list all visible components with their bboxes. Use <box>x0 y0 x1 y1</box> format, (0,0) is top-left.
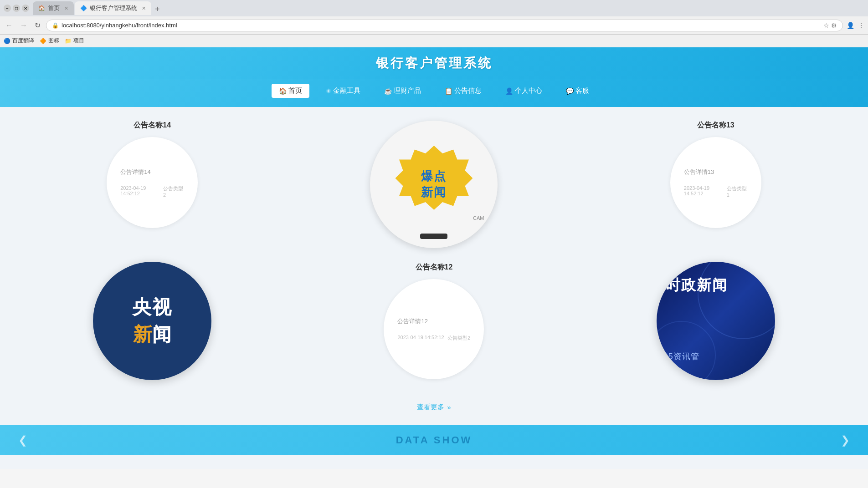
data-show-arrow-right[interactable]: ❯ <box>841 434 850 447</box>
main-content: 公告名称14 公告详情14 2023-04-19 14:52:12 公告类型2 <box>0 107 868 469</box>
maximize-button[interactable]: □ <box>13 5 20 12</box>
close-button[interactable]: ✕ <box>22 5 29 12</box>
cctv-wen-char: 闻 <box>152 322 171 347</box>
nav-item-home[interactable]: 🏠 首页 <box>272 84 309 98</box>
nav-label-home: 首页 <box>288 86 302 95</box>
minimize-button[interactable]: − <box>4 5 11 12</box>
announcement-14-type: 公告类型2 <box>163 185 184 198</box>
announcement-12-wrapper: 公告名称12 公告详情12 2023-04-19 14:52:12 公告类型2 <box>300 263 568 379</box>
financial-products-icon: ☕ <box>384 87 392 95</box>
data-show-section: ❮ DATA SHOW ❯ <box>0 425 868 455</box>
tab-favicon-2: 🔷 <box>80 5 87 11</box>
browser-chrome: − □ ✕ 🏠 首页 ✕ 🔷 银行客户管理系统 ✕ + ← → ↻ 🔒 <box>0 0 868 47</box>
profile-button[interactable]: 👤 <box>847 22 854 29</box>
hero-circle-image: 爆点 新闻 CAM <box>370 121 498 248</box>
settings-button[interactable]: ⋮ <box>858 22 864 29</box>
browser-window-controls: − □ ✕ <box>4 5 29 12</box>
announcements-bottom-row: 央视 新 闻 公告名称12 公告详情12 2023-04-19 14:52:12… <box>18 262 850 380</box>
browser-titlebar: − □ ✕ 🏠 首页 ✕ 🔷 银行客户管理系统 ✕ + <box>0 0 868 16</box>
announcement-card-12[interactable]: 公告详情12 2023-04-19 14:52:12 公告类型2 <box>384 279 484 379</box>
cursor-red-dot <box>193 137 198 142</box>
tab-homepage[interactable]: 🏠 首页 ✕ <box>33 1 74 15</box>
new-tab-button[interactable]: + <box>152 4 163 15</box>
tab-label-1: 首页 <box>48 4 60 12</box>
nav-label-financial-products: 理财产品 <box>394 86 421 95</box>
announcement-13-detail: 公告详情13 <box>684 168 748 176</box>
baodian-line2: 新闻 <box>421 184 447 200</box>
announcement-12-detail: 公告详情12 <box>397 317 470 325</box>
page-content: 银行客户管理系统 🏠 首页 ✳ 金融工具 ☕ 理财产品 📋 公告信息 👤 个人中… <box>0 47 868 488</box>
announcement-14-title: 公告名称14 <box>134 121 171 130</box>
nav-label-finance-tools: 金融工具 <box>333 86 360 95</box>
announcement-14-wrapper: 公告名称14 公告详情14 2023-04-19 14:52:12 公告类型2 <box>18 121 286 228</box>
bookmark-icons[interactable]: 🔶 图标 <box>40 37 59 45</box>
site-header: 银行客户管理系统 <box>0 47 868 79</box>
url-input[interactable] <box>62 22 821 29</box>
nav-item-personal-center[interactable]: 👤 个人中心 <box>498 84 550 98</box>
nav-label-customer-service: 客服 <box>575 86 589 95</box>
shizh-news-wrapper: 时政新闻 65资讯管 <box>582 262 850 380</box>
baodian-line1: 爆点 <box>421 168 447 184</box>
site-title: 银行客户管理系统 <box>0 55 868 72</box>
tab-close-2[interactable]: ✕ <box>142 5 146 11</box>
project-icon: 📁 <box>65 38 72 44</box>
bookmark-star-button[interactable]: ☆ <box>823 22 829 29</box>
announcement-12-type: 公告类型2 <box>447 335 470 341</box>
cctv-news-wrapper: 央视 新 闻 <box>18 262 286 380</box>
data-show-arrow-left[interactable]: ❮ <box>18 434 27 447</box>
baodian-news-image: 爆点 新闻 CAM <box>370 121 498 248</box>
browser-tabs: 🏠 首页 ✕ 🔷 银行客户管理系统 ✕ + <box>33 1 864 15</box>
nav-item-finance-tools[interactable]: ✳ 金融工具 <box>318 84 368 98</box>
cctv-news-circle[interactable]: 央视 新 闻 <box>93 262 211 380</box>
finance-tools-icon: ✳ <box>326 87 331 95</box>
announcement-12-title: 公告名称12 <box>416 263 453 272</box>
tab-bank-system[interactable]: 🔷 银行客户管理系统 ✕ <box>75 1 151 15</box>
view-more-link[interactable]: 查看更多 » <box>417 403 451 412</box>
cctv-line2-wrapper: 新 闻 <box>133 322 171 347</box>
announcements-top-row: 公告名称14 公告详情14 2023-04-19 14:52:12 公告类型2 <box>18 121 850 248</box>
announcement-card-14[interactable]: 公告详情14 2023-04-19 14:52:12 公告类型2 <box>107 137 198 228</box>
nav-item-financial-products[interactable]: ☕ 理财产品 <box>377 84 428 98</box>
view-more-label: 查看更多 <box>417 403 444 412</box>
nav-item-customer-service[interactable]: 💬 客服 <box>559 84 596 98</box>
bg-decoration-2 <box>657 321 716 380</box>
browser-toolbar: ← → ↻ 🔒 ☆ ⚙ 👤 ⋮ <box>0 16 868 35</box>
customer-service-icon: 💬 <box>566 87 574 95</box>
announcement-14-meta: 2023-04-19 14:52:12 公告类型2 <box>120 185 184 198</box>
announcement-13-wrapper: 公告名称13 公告详情13 2023-04-19 14:52:12 公告类型1 <box>582 121 850 228</box>
tab-label-2: 银行客户管理系统 <box>90 4 137 12</box>
announcement-14-detail: 公告详情14 <box>120 168 184 176</box>
bookmark-project[interactable]: 📁 项目 <box>65 37 84 45</box>
announcement-13-meta: 2023-04-19 14:52:12 公告类型1 <box>684 185 748 198</box>
baodian-text: 爆点 新闻 <box>421 168 447 200</box>
personal-center-icon: 👤 <box>505 87 513 95</box>
announcement-13-title: 公告名称13 <box>697 121 734 130</box>
baodian-starburst: 爆点 新闻 <box>395 146 473 223</box>
bookmark-baidu-translate[interactable]: 🔵 百度翻译 <box>4 37 34 45</box>
icons-icon: 🔶 <box>40 38 46 44</box>
announcement-card-13[interactable]: 公告详情13 2023-04-19 14:52:12 公告类型1 <box>670 137 761 228</box>
bg-decoration-1 <box>698 262 775 339</box>
refresh-button[interactable]: ↻ <box>33 19 42 31</box>
cctv-xin-char: 新 <box>133 322 152 347</box>
tab-close-1[interactable]: ✕ <box>64 5 68 11</box>
view-more-section: 查看更多 » <box>18 394 850 421</box>
address-bar[interactable]: 🔒 ☆ ⚙ <box>46 20 843 31</box>
nav-item-announcements[interactable]: 📋 公告信息 <box>437 84 489 98</box>
announcement-13-type: 公告类型1 <box>727 185 748 198</box>
nav-label-personal-center: 个人中心 <box>515 86 542 95</box>
bookmark-label-3: 项目 <box>73 37 84 45</box>
security-lock-icon: 🔒 <box>52 22 59 29</box>
view-more-icon: » <box>447 403 451 411</box>
site-navigation: 🏠 首页 ✳ 金融工具 ☕ 理财产品 📋 公告信息 👤 个人中心 💬 客服 <box>0 79 868 107</box>
shizh-news-circle[interactable]: 时政新闻 65资讯管 <box>657 262 775 380</box>
bookmark-label-1: 百度翻译 <box>12 37 34 45</box>
home-icon: 🏠 <box>279 87 287 95</box>
announcement-12-date: 2023-04-19 14:52:12 <box>397 335 444 341</box>
extensions-button[interactable]: ⚙ <box>831 22 837 29</box>
tab-favicon-1: 🏠 <box>38 5 45 11</box>
forward-button[interactable]: → <box>18 20 29 31</box>
device-base-shape <box>420 234 447 239</box>
bookmark-label-2: 图标 <box>48 37 59 45</box>
back-button[interactable]: ← <box>4 20 15 31</box>
